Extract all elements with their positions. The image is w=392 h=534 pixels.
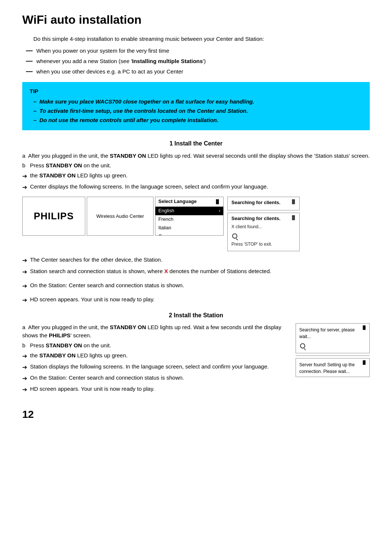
step1-arrow5-text: On the Station: Center search and connec… <box>30 281 184 289</box>
page-title: WiFi auto installation <box>22 11 370 28</box>
tip-list: Make sure you place WACS700 close togeth… <box>30 98 362 124</box>
lang-header-title: Select Language <box>158 198 197 205</box>
lang-header: Select Language ▐▌ <box>155 197 223 207</box>
step1-arrow5: ➔ On the Station: Center search and conn… <box>22 281 370 290</box>
divider <box>296 356 370 356</box>
step1-arrow3: ➔ The Center searches for the other devi… <box>22 256 370 265</box>
tip-item-3: Do not use the remote controls until aft… <box>33 116 362 124</box>
server-screen-2: ▐▌ Server found! Setting up the connecti… <box>296 358 370 377</box>
step1-arrow1-text: the STANDBY ON LED lights up green. <box>30 171 128 180</box>
step1-section: a After you plugged in the unit, the STA… <box>22 152 370 192</box>
intro-description: Do this simple 4-step installation to en… <box>33 35 370 43</box>
step1-arrow4: ➔ Station search and connection status i… <box>22 267 370 276</box>
search-screen-2: ▐▌ Searching for clients. X client found… <box>227 213 300 251</box>
signal-icon: ▐▌ <box>214 199 220 205</box>
arrow-icon-2: ➔ <box>22 183 27 191</box>
language-screen: Select Language ▐▌ English › French Ital… <box>155 197 224 236</box>
philips-label: PHILIPS <box>34 209 74 223</box>
server-screen-1: ▐▌ Searching for server, please wait... <box>296 323 370 353</box>
step2-arrow1-text: the STANDBY ON LED lights up green. <box>30 351 128 360</box>
step1-b: b Press STANDBY ON on the unit. <box>22 161 370 170</box>
lang-italian: Italian <box>155 224 223 232</box>
step2-arrow2: ➔ Station displays the following screens… <box>22 363 290 371</box>
search-title-2: Searching for clients. <box>231 215 296 222</box>
page-number: 12 <box>22 407 370 422</box>
step1-arrow3-text: The Center searches for the other device… <box>30 256 162 264</box>
step1-arrow4-text: Station search and connection status is … <box>30 267 271 275</box>
step2-screens: ▐▌ Searching for server, please wait... … <box>296 323 370 396</box>
search-sub-2: X client found... <box>231 224 296 230</box>
bullet-1: When you power on your system for the ve… <box>26 47 370 55</box>
arrow-icon-4: ➔ <box>22 268 27 276</box>
search-title-1: Searching for clients. <box>231 199 296 206</box>
wireless-screen: Wireless Audio Center <box>87 197 154 236</box>
step1-arrow2-text: Center displays the following screens. I… <box>30 183 268 191</box>
search-icon-s <box>300 343 305 348</box>
intro-bullets: When you power on your system for the ve… <box>26 47 370 75</box>
installing-multiple-bold: Installing multiple Stations <box>132 57 203 65</box>
step1-arrow1: ➔ the STANDBY ON LED lights up green. <box>22 171 370 180</box>
step1-arrow6: ➔ HD screen appears. Your unit is now re… <box>22 295 370 304</box>
tip-item-2: To activate first-time setup, use the co… <box>33 107 362 115</box>
signal-1: ▐▌ <box>290 199 296 205</box>
step1-a: a After you plugged in the unit, the STA… <box>22 152 370 160</box>
lang-german: German <box>155 232 223 236</box>
step2-arrow3-text: On the Station: Center search and connec… <box>30 374 184 382</box>
right-screens: ▐▌ Searching for clients. ▐▌ Searching f… <box>227 197 300 251</box>
philips-screen: PHILIPS <box>22 197 85 236</box>
tip-item-1: Make sure you place WACS700 close togeth… <box>33 98 362 106</box>
tip-title: TIP <box>30 87 362 95</box>
server-text-1: Searching for server, please wait... <box>299 327 366 340</box>
arrow-icon-5: ➔ <box>22 282 27 290</box>
arrow-icon-s2: ➔ <box>22 363 27 371</box>
step2-text: a After you plugged in the unit, the STA… <box>22 323 290 396</box>
step2-arrow4-text: HD screen appears. Your unit is now read… <box>30 385 155 393</box>
signal-s1: ▐▌ <box>362 325 367 331</box>
arrow-icon-6: ➔ <box>22 296 27 304</box>
lang-french: French <box>155 215 223 224</box>
wireless-label: Wireless Audio Center <box>96 213 144 220</box>
step2-layout: a After you plugged in the unit, the STA… <box>22 323 370 396</box>
server-text-2: Server found! Setting up the connection.… <box>299 362 366 375</box>
bullet-2: whenever you add a new Station (see 'Ins… <box>26 57 370 65</box>
stop-text: Press 'STOP' to exit. <box>231 241 296 248</box>
bullet-3: when you use other devices e.g. a PC to … <box>26 68 370 76</box>
arrow-icon-1: ➔ <box>22 172 27 180</box>
step2-arrow4: ➔ HD screen appears. Your unit is now re… <box>22 385 290 394</box>
arrow-icon-3: ➔ <box>22 256 27 265</box>
step1-arrow6-text: HD screen appears. Your unit is now read… <box>30 295 155 304</box>
arrow-icon-s3: ➔ <box>22 374 27 383</box>
step2-arrow2-text: Station displays the following screens. … <box>30 363 269 371</box>
signal-s2: ▐▌ <box>362 360 367 366</box>
x-label: X <box>164 268 168 274</box>
tip-box: TIP Make sure you place WACS700 close to… <box>22 82 370 130</box>
step1-arrow2: ➔ Center displays the following screens.… <box>22 183 370 191</box>
screens-row: PHILIPS Wireless Audio Center Select Lan… <box>22 197 370 251</box>
arrow-icon-s1: ➔ <box>22 352 27 360</box>
step2-arrow3: ➔ On the Station: Center search and conn… <box>22 374 290 383</box>
step2-arrow1: ➔ the STANDBY ON LED lights up green. <box>22 351 290 360</box>
search-icon <box>232 233 237 239</box>
search-screen-1: ▐▌ Searching for clients. <box>227 197 300 210</box>
lang-english: English › <box>155 207 223 215</box>
step2-b: b Press STANDBY ON on the unit. <box>22 341 290 350</box>
step2-heading: 2 Install the Station <box>22 311 370 320</box>
step1-heading: 1 Install the Center <box>22 139 370 148</box>
step2-a: a After you plugged in the unit, the STA… <box>22 323 290 340</box>
signal-2: ▐▌ <box>290 215 296 221</box>
arrow-icon-s4: ➔ <box>22 385 27 394</box>
